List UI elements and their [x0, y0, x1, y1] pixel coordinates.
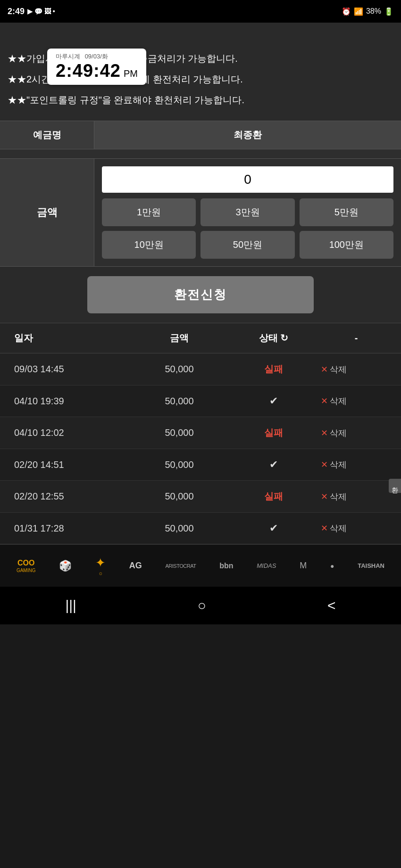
alarm-icon: ⏰ — [342, 7, 351, 16]
cell-amount-1: 50,000 — [132, 364, 226, 375]
btn-10000[interactable]: 1만원 — [102, 198, 196, 226]
col2-header: 최종환 — [94, 121, 401, 149]
clock-overlay: 마루시계 09/03/화 2:49:42 PM — [47, 49, 146, 85]
clock-brand: 마루시계 — [56, 53, 80, 60]
table-row: 04/10 12:02 50,000 실패 ✕ 삭제 — [0, 417, 401, 449]
cell-status-5: 실패 — [226, 490, 321, 503]
side-indicator: 환 — [389, 479, 401, 493]
header-action: - — [321, 333, 392, 344]
delete-btn-2[interactable]: ✕ 삭제 — [321, 395, 347, 407]
cell-date-3: 04/10 12:02 — [9, 427, 132, 438]
btn-500000[interactable]: 50만원 — [200, 231, 294, 259]
delete-btn-4[interactable]: ✕ 삭제 — [321, 459, 347, 470]
cell-status-4: ✔ — [226, 459, 321, 471]
cell-amount-6: 50,000 — [132, 523, 226, 534]
spacer-row — [0, 149, 401, 159]
amount-label: 금액 — [0, 159, 94, 266]
cell-amount-2: 50,000 — [132, 396, 226, 407]
status-success-6: ✔ — [269, 522, 278, 534]
cell-action-3: ✕ 삭제 — [321, 427, 392, 439]
time-display: 2:49 — [8, 7, 25, 16]
amount-row: 금액 1만원 3만원 5만원 10만원 50만원 100만원 — [0, 159, 401, 267]
status-icons: ▶ 💬 🖼 • — [27, 8, 55, 15]
brand-aristocrat: ARISTOCRAT — [166, 563, 196, 569]
status-right: ⏰ 📶 38% 🔋 — [342, 7, 393, 16]
col1-header: 예금명 — [0, 121, 94, 149]
delete-icon-5: ✕ — [321, 491, 328, 502]
nav-back-button[interactable]: ||| — [56, 593, 85, 618]
delete-icon-4: ✕ — [321, 459, 328, 470]
delete-icon-2: ✕ — [321, 396, 328, 406]
battery-text: 38% — [366, 7, 381, 16]
status-time: 2:49 ▶ 💬 🖼 • — [8, 7, 55, 16]
cell-action-2: ✕ 삭제 — [321, 395, 392, 407]
status-success-4: ✔ — [269, 459, 278, 470]
nav-home-button[interactable]: ○ — [188, 593, 216, 618]
status-fail-1: 실패 — [264, 364, 283, 374]
delete-label-4: 삭제 — [330, 459, 347, 470]
delete-btn-5[interactable]: ✕ 삭제 — [321, 491, 347, 502]
status-success-2: ✔ — [269, 395, 278, 407]
table-row: 02/20 14:51 50,000 ✔ ✕ 삭제 — [0, 449, 401, 481]
table-row: 09/03 14:45 50,000 실패 ✕ 삭제 — [0, 353, 401, 385]
delete-btn-1[interactable]: ✕ 삭제 — [321, 364, 347, 375]
brand-sun: ✦ ☼ — [95, 556, 106, 576]
notice-3: ★★"포인트롤링 규정"을 완료해야 환천처리 가능합니다. — [8, 92, 393, 107]
delete-icon-3: ✕ — [321, 428, 328, 438]
cell-amount-4: 50,000 — [132, 459, 226, 470]
cell-action-6: ✕ 삭제 — [321, 523, 392, 534]
status-fail-3: 실패 — [264, 427, 283, 438]
submit-button[interactable]: 환전신청 — [87, 276, 314, 313]
btn-30000[interactable]: 3만원 — [200, 198, 294, 226]
clock-time: 2:49:42 — [56, 61, 121, 81]
nav-bar: ||| ○ < — [0, 587, 401, 624]
delete-btn-3[interactable]: ✕ 삭제 — [321, 427, 347, 439]
cell-date-1: 09/03 14:45 — [9, 364, 132, 375]
wifi-icon: 📶 — [354, 7, 363, 16]
table-row: 02/20 12:55 50,000 실패 ✕ 삭제 — [0, 481, 401, 513]
form-section: 예금명 최종환 금액 1만원 3만원 5만원 10만원 50만원 100만원 — [0, 121, 401, 267]
brand-dot: ● — [330, 562, 334, 570]
cell-amount-5: 50,000 — [132, 491, 226, 502]
delete-icon-1: ✕ — [321, 364, 328, 375]
nav-forward-button[interactable]: < — [318, 593, 345, 618]
btn-1000000[interactable]: 100만원 — [300, 231, 393, 259]
cell-amount-3: 50,000 — [132, 427, 226, 438]
cell-action-1: ✕ 삭제 — [321, 364, 392, 375]
status-bar: 2:49 ▶ 💬 🖼 • ⏰ 📶 38% 🔋 — [0, 0, 401, 23]
delete-label-6: 삭제 — [330, 523, 347, 534]
brand-microgaming: M — [300, 561, 307, 571]
table-row: 04/10 19:39 50,000 ✔ ✕ 삭제 — [0, 385, 401, 417]
clock-label: 마루시계 09/03/화 — [56, 52, 108, 61]
cell-status-6: ✔ — [226, 522, 321, 534]
brand-coo: COO GAMING — [17, 558, 36, 573]
header-date: 일자 — [9, 332, 132, 344]
battery-icon: 🔋 — [384, 7, 393, 16]
submit-section: 환전신청 — [0, 267, 401, 323]
delete-icon-6: ✕ — [321, 523, 328, 533]
header-status: 상태 ↻ — [226, 332, 321, 344]
clock-ampm: PM — [124, 68, 138, 79]
delete-btn-6[interactable]: ✕ 삭제 — [321, 523, 347, 534]
cell-date-6: 01/31 17:28 — [9, 523, 132, 534]
status-fail-5: 실패 — [264, 491, 283, 501]
cell-action-4: ✕ 삭제 — [321, 459, 392, 470]
cell-date-5: 02/20 12:55 — [9, 491, 132, 502]
delete-label-5: 삭제 — [330, 491, 347, 502]
btn-50000[interactable]: 5만원 — [300, 198, 393, 226]
btn-100000[interactable]: 10만원 — [102, 231, 196, 259]
cell-action-5: ✕ 삭제 — [321, 491, 392, 502]
delete-label-3: 삭제 — [330, 427, 347, 439]
brand-bar: COO GAMING 🎲 ✦ ☼ AG ARISTOCRAT bbn MIDAS… — [0, 544, 401, 587]
delete-label-1: 삭제 — [330, 364, 347, 375]
history-header: 일자 금액 상태 ↻ - — [0, 323, 401, 353]
brand-ag: AG — [129, 561, 142, 571]
brand-generic-1: 🎲 — [59, 560, 72, 572]
amount-input[interactable] — [102, 166, 393, 193]
form-header: 예금명 최종환 — [0, 121, 401, 149]
cell-date-2: 04/10 19:39 — [9, 396, 132, 407]
delete-label-2: 삭제 — [330, 395, 347, 407]
clock-time-row: 2:49:42 PM — [56, 61, 138, 81]
brand-midas: MIDAS — [257, 562, 276, 569]
cell-status-2: ✔ — [226, 395, 321, 407]
